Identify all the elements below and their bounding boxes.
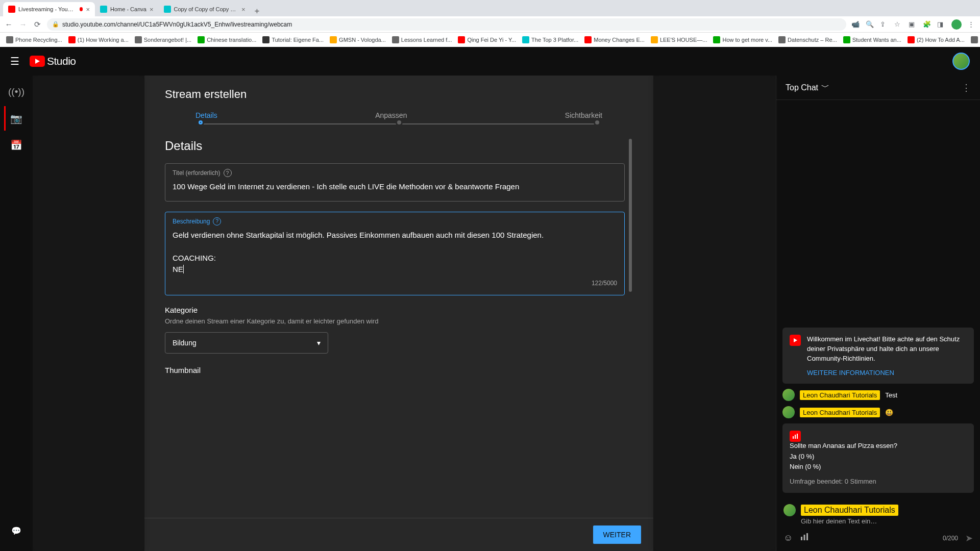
canva-favicon <box>164 6 171 13</box>
tab[interactable]: Home - Canva × <box>95 2 159 16</box>
help-icon[interactable]: ? <box>224 169 232 177</box>
bookmark-item[interactable]: Lessons Learned f... <box>390 36 454 43</box>
live-chat-panel: Top Chat ﹀ ⋮ Willkommen im Livechat! Bit… <box>776 76 980 551</box>
kebab-icon[interactable]: ⋮ <box>962 82 971 93</box>
bookmark-label: Sonderangebot! |... <box>144 37 191 43</box>
stepper-track <box>201 123 597 124</box>
puzzle-icon[interactable]: 🧩 <box>923 20 931 29</box>
star-icon[interactable]: ☆ <box>894 20 902 29</box>
youtube-favicon <box>8 6 15 13</box>
bookmark-label: Datenschutz – Re... <box>788 37 837 43</box>
bookmark-item[interactable]: (2) How To Add A... <box>905 36 967 43</box>
scrollbar-thumb[interactable] <box>629 139 632 292</box>
bookmark-item[interactable]: Chinese translatio... <box>195 36 258 43</box>
bookmark-favicon <box>778 36 786 43</box>
bookmark-item[interactable]: Sonderangebot! |... <box>133 36 193 43</box>
left-rail: ((•)) 📷 📅 💬 <box>0 76 33 551</box>
bookmark-item[interactable]: Student Wants an... <box>841 36 903 43</box>
step-dot <box>594 119 601 126</box>
bookmark-label: The Top 3 Platfor... <box>531 37 578 43</box>
bookmark-favicon <box>68 36 76 43</box>
bookmark-favicon <box>843 36 850 43</box>
tab[interactable]: Copy of Copy of Copy of Cop × <box>159 2 251 16</box>
more-info-link[interactable]: WEITERE INFORMATIONEN <box>807 369 967 377</box>
bookmark-item[interactable]: GMSN - Vologda... <box>328 36 388 43</box>
bookmark-item[interactable]: The Top 3 Platfor... <box>520 36 580 43</box>
bookmark-item[interactable]: Qing Fei De Yi - Y... <box>456 36 518 43</box>
category-select[interactable]: Bildung ▾ <box>165 332 328 354</box>
chat-username[interactable]: Leon Chaudhari Tutorials <box>800 408 880 417</box>
close-icon[interactable]: × <box>241 6 246 13</box>
new-tab-button[interactable]: + <box>251 6 264 16</box>
close-icon[interactable]: × <box>86 6 90 13</box>
step-details[interactable]: Details <box>195 111 217 119</box>
bookmark-label: (2) How To Add A... <box>917 37 965 43</box>
send-icon[interactable]: ➤ <box>965 533 973 544</box>
svg-rect-5 <box>806 533 808 540</box>
chat-message: Leon Chaudhari Tutorials Test <box>782 389 974 401</box>
step-dot <box>396 119 403 126</box>
hamburger-icon[interactable]: ☰ <box>10 55 19 67</box>
bookmark-label: LEE'S HOUSE—... <box>660 37 707 43</box>
extension-icon[interactable]: ▣ <box>909 20 917 29</box>
camera-icon: 📷 <box>4 106 29 131</box>
step-visibility[interactable]: Sichtbarkeit <box>565 111 602 119</box>
reload-icon[interactable]: ⟳ <box>33 20 42 29</box>
step-customize[interactable]: Anpassen <box>375 111 407 119</box>
chat-messages[interactable]: Willkommen im Livechat! Bitte achte auf … <box>776 100 980 499</box>
bookmark-item[interactable]: Download - Cooki... <box>969 36 980 43</box>
chat-username[interactable]: Leon Chaudhari Tutorials <box>800 390 880 400</box>
channel-avatar[interactable] <box>952 53 970 70</box>
address-bar-row: ← → ⟳ 🔒 studio.youtube.com/channel/UC1a5… <box>0 16 980 33</box>
sidepanel-icon[interactable]: ◨ <box>937 20 945 29</box>
bookmark-label: How to get more v... <box>722 37 772 43</box>
webcam-nav-item[interactable]: 📷 <box>4 106 29 131</box>
youtube-studio-logo[interactable]: Studio <box>30 55 76 67</box>
chat-footer: ☺ 0/200 ➤ <box>776 528 980 551</box>
bookmark-favicon <box>522 36 529 43</box>
description-field[interactable]: Beschreibung ? Geld verdienen ohne Start… <box>165 212 625 295</box>
chat-mode-selector[interactable]: Top Chat ﹀ <box>786 82 829 93</box>
bookmark-item[interactable]: Tutorial: Eigene Fa... <box>260 36 326 43</box>
url-input[interactable]: 🔒 studio.youtube.com/channel/UC1a5FWVn0g… <box>47 18 846 31</box>
emoji-icon[interactable]: ☺ <box>783 533 793 543</box>
bookmark-item[interactable]: LEE'S HOUSE—... <box>649 36 709 43</box>
bookmark-item[interactable]: How to get more v... <box>711 36 774 43</box>
profile-avatar[interactable] <box>951 19 962 30</box>
help-icon[interactable]: ? <box>213 217 221 226</box>
poll-status: Umfrage beendet: 0 Stimmen <box>790 478 948 485</box>
chat-input[interactable]: Gib hier deinen Text ein… <box>801 517 973 525</box>
tab-title: Copy of Copy of Copy of Cop <box>174 6 238 12</box>
poll-button-icon[interactable] <box>800 532 809 544</box>
bookmark-item[interactable]: (1) How Working a... <box>66 36 131 43</box>
char-counter: 122/5000 <box>173 280 617 287</box>
back-icon[interactable]: ← <box>4 20 13 29</box>
zoom-icon[interactable]: 🔍 <box>866 20 874 29</box>
bookmark-item[interactable]: Datenschutz – Re... <box>776 36 839 43</box>
bookmark-item[interactable]: Phone Recycling... <box>4 36 64 43</box>
title-field[interactable]: Titel (erforderlich) ? 100 Wege Geld im … <box>165 163 625 202</box>
tab-active[interactable]: Livestreaming - YouTube S × <box>3 2 95 16</box>
user-avatar[interactable] <box>782 406 795 418</box>
close-icon[interactable]: × <box>150 6 154 13</box>
poll-card: Sollte man Ananas auf Pizza essen? Ja (0… <box>782 423 974 493</box>
user-avatar[interactable] <box>782 389 795 401</box>
bookmark-label: Money Changes E... <box>594 37 645 43</box>
forward-icon[interactable]: → <box>18 20 28 29</box>
bookmark-item[interactable]: Money Changes E... <box>582 36 647 43</box>
video-icon[interactable]: 📹 <box>851 20 860 29</box>
share-icon[interactable]: ⇪ <box>880 20 888 29</box>
youtube-play-icon <box>30 56 45 67</box>
svg-rect-0 <box>793 436 794 439</box>
kebab-icon[interactable]: ⋮ <box>968 20 976 29</box>
main-area: Stream erstellen Details Anpassen Sichtb… <box>33 76 776 551</box>
browser-chrome: Livestreaming - YouTube S × Home - Canva… <box>0 0 980 47</box>
title-input[interactable]: 100 Wege Geld im Internet zu verdienen -… <box>173 181 617 193</box>
schedule-icon[interactable]: 📅 <box>4 133 29 157</box>
stream-icon[interactable]: ((•)) <box>4 80 29 104</box>
svg-rect-3 <box>801 537 802 540</box>
feedback-icon[interactable]: 💬 <box>6 520 27 541</box>
dialog-scroll-area[interactable]: Details Titel (erforderlich) ? 100 Wege … <box>165 139 633 518</box>
description-textarea[interactable]: Geld verdienen ohne Startkapital ist mög… <box>173 230 617 276</box>
next-button[interactable]: WEITER <box>593 525 641 544</box>
